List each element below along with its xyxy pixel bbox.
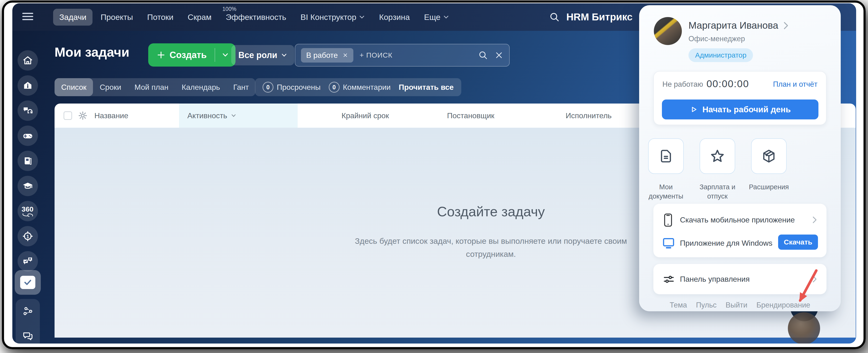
- sidebar-item-education[interactable]: [18, 176, 38, 196]
- tab-calendar[interactable]: Календарь: [175, 78, 227, 96]
- tab-deadlines[interactable]: Сроки: [93, 78, 128, 96]
- counter-overdue[interactable]: 0 Просрочены: [262, 82, 321, 93]
- nav-tab-efficiency[interactable]: 100% Эффективность: [220, 9, 292, 26]
- sidebar-item-messenger[interactable]: [16, 324, 40, 348]
- main-nav: Задачи Проекты Потоки Скрам 100% Эффекти…: [53, 3, 455, 31]
- feedback-360-icon: 360: [22, 205, 34, 213]
- chevron-right-icon: [812, 274, 817, 284]
- comments-count-badge: 0: [329, 82, 340, 93]
- logout-link[interactable]: Выйти: [726, 301, 747, 309]
- download-windows-button[interactable]: Скачать: [778, 235, 818, 250]
- efficiency-percent-label: 100%: [222, 6, 237, 12]
- create-task-button[interactable]: Создать: [148, 43, 236, 67]
- nav-tab-scrum[interactable]: Скрам: [181, 9, 218, 26]
- chevron-right-icon: [783, 21, 789, 30]
- search-icon[interactable]: [478, 50, 488, 61]
- worktime-timer: 00:00:00: [707, 78, 749, 90]
- tile-my-documents[interactable]: [648, 138, 684, 174]
- mobile-app-row[interactable]: Скачать мобильное приложение: [653, 210, 827, 229]
- profile-popup: Маргарита Иванова Офис-менеджер Админист…: [639, 5, 841, 311]
- sidebar-item-share[interactable]: [16, 299, 40, 324]
- sidebar-item-news-feed[interactable]: [16, 348, 40, 353]
- theme-link[interactable]: Тема: [670, 301, 687, 309]
- admin-panel-label: Панель управления: [680, 275, 750, 284]
- chip-remove-icon[interactable]: [342, 52, 348, 58]
- support-chat-icon: [22, 105, 33, 116]
- pulse-link[interactable]: Пульс: [696, 301, 717, 309]
- windows-app-row[interactable]: Приложение для Windows Скачать: [653, 234, 827, 252]
- roles-filter-button[interactable]: Все роли: [231, 45, 294, 65]
- play-icon: [690, 105, 698, 113]
- sidebar-item-goals[interactable]: 1: [18, 226, 38, 246]
- svg-text:1: 1: [26, 234, 29, 239]
- knowledge-base-icon: [23, 156, 33, 166]
- worktime-card: Не работаю 00:00:00 План и отчёт Начать …: [653, 71, 827, 125]
- empty-state-description: Здесь будет список задач, которые вы вып…: [332, 235, 650, 260]
- sidebar-item-home[interactable]: [18, 50, 38, 71]
- popup-footer-links: Тема Пульс Выйти Брендирование: [639, 301, 841, 309]
- clear-filter-icon[interactable]: [494, 51, 503, 60]
- admin-badge[interactable]: Администратор: [688, 48, 753, 62]
- column-header-activity[interactable]: Активность: [187, 104, 236, 128]
- select-all-checkbox[interactable]: [64, 111, 72, 120]
- chevron-down-icon: [222, 53, 228, 57]
- column-header-assignee[interactable]: Исполнитель: [566, 104, 612, 128]
- tile-label: Расширения: [744, 182, 794, 192]
- search-icon[interactable]: [549, 11, 560, 23]
- chevron-down-icon: [443, 15, 449, 19]
- column-header-name[interactable]: Название: [94, 104, 128, 128]
- nav-tab-bi-builder[interactable]: BI Конструктор: [294, 9, 371, 26]
- nav-tab-flows[interactable]: Потоки: [141, 9, 180, 26]
- home-icon: [22, 55, 33, 66]
- user-role: Офис-менеджер: [688, 35, 745, 43]
- apps-card: Скачать мобильное приложение Приложение …: [653, 204, 827, 257]
- grid-settings-gear-icon[interactable]: [78, 111, 88, 120]
- sliders-icon: [663, 273, 675, 285]
- box-icon: [761, 148, 776, 164]
- portal-title: HRM Битрикс: [566, 11, 632, 23]
- tasks-check-icon: [23, 278, 32, 286]
- tile-label: Зарплата и отпуск: [692, 182, 742, 201]
- nav-tab-tasks[interactable]: Задачи: [53, 9, 92, 26]
- phone-icon: [664, 213, 672, 227]
- chevron-right-icon: [812, 215, 817, 224]
- sidebar-item-support[interactable]: [18, 101, 38, 121]
- search-filter-bar[interactable]: В работе + ПОИСК: [295, 44, 510, 67]
- sort-chevron-icon: [231, 114, 236, 117]
- view-tabs: Список Сроки Мой план Календарь Гант: [55, 78, 255, 96]
- company-info-icon: [22, 80, 33, 91]
- filter-chip-in-progress[interactable]: В работе: [301, 48, 353, 63]
- column-header-creator[interactable]: Постановщик: [447, 104, 494, 128]
- sidebar-item-company-info[interactable]: [18, 75, 38, 96]
- sidebar-item-360-feedback[interactable]: 360: [18, 201, 38, 221]
- search-placeholder[interactable]: + ПОИСК: [360, 51, 392, 59]
- tab-gantt[interactable]: Гант: [227, 78, 256, 96]
- user-name[interactable]: Маргарита Иванова: [688, 20, 789, 31]
- column-header-deadline[interactable]: Крайний срок: [342, 104, 389, 128]
- nav-tab-more[interactable]: Еще: [418, 9, 455, 26]
- sidebar-item-moderation[interactable]: [18, 251, 38, 272]
- chat-avatar[interactable]: [788, 312, 820, 345]
- nav-tab-projects[interactable]: Проекты: [94, 9, 139, 26]
- education-icon: [22, 180, 33, 192]
- tab-my-plan[interactable]: Мой план: [128, 78, 175, 96]
- start-workday-button[interactable]: Начать рабочий день: [662, 100, 818, 119]
- sidebar-item-tasks-active[interactable]: [15, 270, 41, 295]
- monitor-icon: [662, 237, 675, 250]
- hamburger-menu-icon[interactable]: [22, 11, 33, 22]
- tile-extensions[interactable]: [751, 138, 787, 174]
- sidebar-item-gamification[interactable]: [18, 126, 38, 146]
- counter-comments[interactable]: 0 Комментарии: [329, 82, 391, 93]
- plus-icon: [156, 50, 166, 60]
- tile-salary-vacation[interactable]: [700, 138, 735, 174]
- chevron-down-icon: [281, 53, 287, 57]
- user-avatar[interactable]: [654, 17, 682, 45]
- nav-tab-recycle-bin[interactable]: Корзина: [373, 9, 416, 26]
- sidebar-item-knowledge-base[interactable]: [18, 151, 38, 171]
- plan-report-link[interactable]: План и отчёт: [773, 80, 817, 89]
- branding-link[interactable]: Брендирование: [756, 301, 810, 309]
- worktime-status: Не работаю: [662, 80, 703, 89]
- admin-panel-card[interactable]: Панель управления: [653, 264, 827, 294]
- read-all-button[interactable]: Прочитать все: [399, 83, 454, 92]
- tab-list[interactable]: Список: [55, 78, 93, 96]
